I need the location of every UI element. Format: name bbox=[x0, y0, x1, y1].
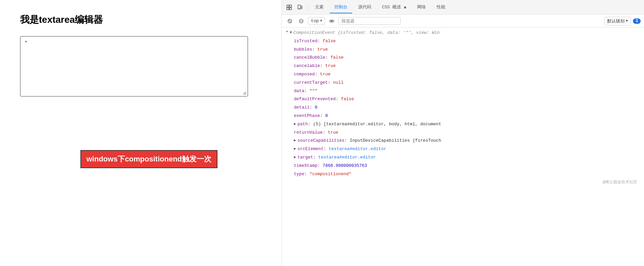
prop-value: true bbox=[320, 71, 330, 78]
prop-value: """ bbox=[310, 88, 317, 95]
prop-key: path: bbox=[298, 121, 311, 128]
block-icon[interactable] bbox=[297, 16, 306, 26]
console-line: isTrusted: false bbox=[282, 37, 644, 46]
device-toolbar-icon[interactable] bbox=[295, 3, 305, 12]
level-selector-arrow: ▼ bbox=[626, 19, 628, 23]
tab-performance[interactable]: 性能 bbox=[432, 1, 450, 13]
prop-value: true bbox=[317, 46, 328, 53]
prop-key: isTrusted: bbox=[294, 38, 320, 45]
expand-triangle-path[interactable]: ▶ bbox=[294, 121, 296, 128]
prop-value: textarea#editor.editor bbox=[318, 154, 376, 161]
editor-textarea[interactable]: " bbox=[24, 40, 244, 93]
console-line: cancelBubble: false bbox=[282, 54, 644, 62]
prop-value: (5) [textarea#editor.editor, body, html,… bbox=[313, 121, 441, 128]
console-line: bubbles: true bbox=[282, 46, 644, 54]
console-line: ▶ srcElement: textarea#editor.editor bbox=[282, 145, 644, 153]
composition-event-label: CompositionEvent {isTrusted: false, data… bbox=[293, 29, 440, 37]
prop-key: target: bbox=[298, 154, 316, 161]
devtools-secondary-toolbar: top ▼ 默认级别 ▼ 3 bbox=[282, 15, 644, 27]
console-line: defaultPrevented: false bbox=[282, 95, 644, 104]
console-line: cancelable: true bbox=[282, 62, 644, 70]
prop-value: true bbox=[325, 63, 336, 70]
context-selector-arrow: ▼ bbox=[320, 19, 322, 23]
svg-rect-5 bbox=[301, 6, 302, 9]
filter-input[interactable] bbox=[338, 17, 401, 25]
message-badge: 3 bbox=[633, 18, 641, 24]
inspect-element-icon[interactable] bbox=[284, 3, 294, 12]
console-line: composed: true bbox=[282, 70, 644, 79]
console-line: type: "compositionend" bbox=[282, 170, 644, 179]
console-quote: " bbox=[286, 29, 288, 37]
prop-key: returnValue: bbox=[294, 129, 325, 136]
context-selector[interactable]: top ▼ bbox=[308, 17, 325, 25]
console-line: eventPhase: 0 bbox=[282, 112, 644, 120]
expand-triangle-target[interactable]: ▶ bbox=[294, 154, 296, 161]
tab-elements[interactable]: 元素 bbox=[310, 1, 328, 13]
svg-rect-0 bbox=[287, 5, 289, 7]
prop-key: defaultPrevented: bbox=[294, 96, 338, 103]
prop-key: cancelBubble: bbox=[294, 54, 328, 61]
console-line: ▶ target: textarea#editor.editor bbox=[282, 153, 644, 162]
prop-value: 7868.900000035763 bbox=[323, 162, 367, 170]
svg-rect-3 bbox=[289, 8, 292, 10]
console-line: returnValue: true bbox=[282, 129, 644, 137]
console-line: data: """ bbox=[282, 87, 644, 95]
prop-value: textarea#editor.editor bbox=[329, 146, 386, 153]
textarea-wrapper: " bbox=[20, 36, 248, 96]
prop-key: sourceCapabilities: bbox=[298, 137, 347, 144]
prop-value: 0 bbox=[315, 104, 317, 111]
prop-key: detail: bbox=[294, 104, 312, 111]
prop-value: "compositionend" bbox=[310, 171, 351, 178]
prop-value: false bbox=[323, 38, 336, 45]
prop-value: null bbox=[333, 79, 343, 86]
resize-handle[interactable] bbox=[242, 91, 246, 95]
prop-key: srcElement: bbox=[298, 146, 326, 153]
highlight-box: windows下compositionend触发一次 bbox=[80, 150, 217, 168]
clear-console-icon[interactable] bbox=[285, 16, 295, 26]
tab-css-overview[interactable]: CSS 概述 ▲ bbox=[377, 1, 411, 13]
console-line: timeStamp: 7868.900000035763 bbox=[282, 162, 644, 170]
prop-value: InputDeviceCapabilities {firesTouch bbox=[350, 137, 441, 144]
expand-triangle-sourcecap[interactable]: ▶ bbox=[294, 137, 296, 144]
tab-sources[interactable]: 源代码 bbox=[353, 1, 376, 13]
devtools-panel: 元素 控制台 源代码 CSS 概述 ▲ 网络 性能 top ▼ bbox=[281, 0, 644, 266]
expand-triangle[interactable]: ▼ bbox=[290, 29, 292, 36]
svg-point-11 bbox=[331, 20, 332, 22]
prop-key: cancelable: bbox=[294, 63, 323, 70]
level-selector[interactable]: 默认级别 ▼ bbox=[604, 17, 631, 25]
console-output: " ▼ CompositionEvent {isTrusted: false, … bbox=[282, 27, 644, 266]
prop-key: timeStamp: bbox=[294, 162, 320, 170]
prop-value: 0 bbox=[325, 113, 328, 120]
prop-value: true bbox=[328, 129, 338, 136]
svg-rect-2 bbox=[287, 8, 289, 10]
svg-line-8 bbox=[288, 20, 291, 22]
tab-console[interactable]: 控制台 bbox=[330, 1, 352, 13]
prop-key: type: bbox=[294, 171, 307, 178]
context-selector-label: top bbox=[311, 18, 319, 23]
prop-value: false bbox=[330, 54, 343, 61]
prop-key: currentTarget: bbox=[294, 79, 330, 86]
page-title: 我是textarea编辑器 bbox=[20, 13, 261, 26]
eye-icon[interactable] bbox=[327, 16, 336, 26]
prop-key: data: bbox=[294, 88, 307, 95]
watermark: @稀土掘金技术社区 bbox=[603, 179, 637, 185]
console-line: " ▼ CompositionEvent {isTrusted: false, … bbox=[282, 29, 644, 37]
prop-key: bubbles: bbox=[294, 46, 315, 53]
console-line: currentTarget: null bbox=[282, 79, 644, 87]
watermark-container: @稀土掘金技术社区 bbox=[282, 178, 644, 188]
prop-key: eventPhase: bbox=[294, 113, 323, 120]
tab-network[interactable]: 网络 bbox=[412, 1, 431, 13]
console-line: ▶ sourceCapabilities: InputDeviceCapabil… bbox=[282, 137, 644, 145]
console-line: ▶ path: (5) [textarea#editor.editor, bod… bbox=[282, 120, 644, 129]
toolbar-separator bbox=[307, 4, 308, 11]
devtools-toolbar: 元素 控制台 源代码 CSS 概述 ▲ 网络 性能 bbox=[282, 0, 644, 15]
left-panel: 我是textarea编辑器 " windows下compositionend触发… bbox=[0, 0, 281, 266]
prop-key: composed: bbox=[294, 71, 317, 78]
console-line: detail: 0 bbox=[282, 104, 644, 112]
svg-rect-1 bbox=[289, 5, 292, 7]
level-selector-label: 默认级别 bbox=[607, 18, 625, 24]
prop-value: false bbox=[341, 96, 354, 103]
expand-triangle-srcel[interactable]: ▶ bbox=[294, 146, 296, 152]
